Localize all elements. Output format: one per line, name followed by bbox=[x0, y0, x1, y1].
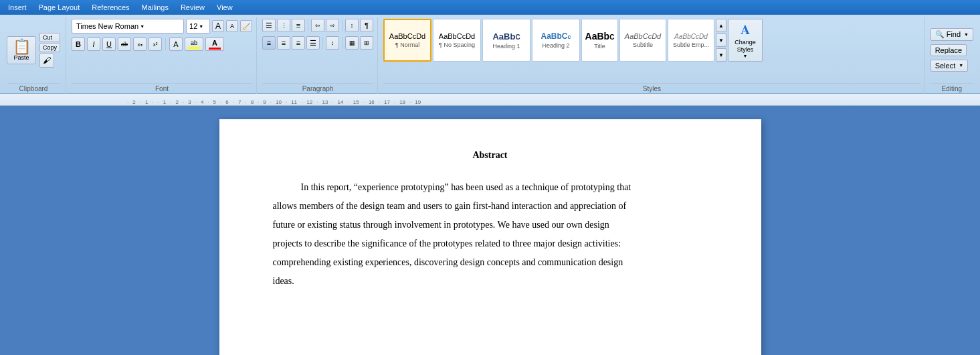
style-nospacing-preview: AaBbCcDd bbox=[439, 32, 475, 40]
style-subtitle-item[interactable]: AaBbCcDd Subtitle bbox=[619, 19, 666, 62]
font-size-dropdown-arrow: ▼ bbox=[199, 24, 203, 29]
change-styles-label: ChangeStyles bbox=[734, 39, 756, 54]
subscript-button[interactable]: x₂ bbox=[133, 38, 146, 51]
sort-button[interactable]: ↕ bbox=[345, 19, 359, 32]
menu-references[interactable]: References bbox=[86, 2, 134, 13]
italic-button[interactable]: I bbox=[87, 38, 100, 51]
underline-button[interactable]: U bbox=[102, 38, 116, 51]
font-name-box[interactable]: Times New Roman ▼ bbox=[72, 19, 184, 33]
text-effect-button[interactable]: A bbox=[169, 38, 183, 51]
numbering-button[interactable]: ⋮ bbox=[277, 19, 290, 32]
para-sep3 bbox=[322, 37, 323, 49]
font-name-dropdown-arrow: ▼ bbox=[140, 24, 144, 29]
font-color-button[interactable]: A bbox=[205, 38, 224, 51]
style-heading1-item[interactable]: AaBbC Heading 1 bbox=[482, 19, 530, 62]
abstract-body[interactable]: In this report, “experience prototyping”… bbox=[273, 178, 708, 291]
style-heading2-item[interactable]: AaBbCc Heading 2 bbox=[532, 19, 580, 62]
style-normal-label: ¶ Normal bbox=[395, 42, 419, 48]
find-icon: 🔍 bbox=[935, 30, 945, 39]
styles-scroll-up[interactable]: ▲ bbox=[716, 19, 726, 32]
paragraph-group: ☰ ⋮ ≡ ⇦ ⇨ ↕ ¶ ≡ ≡ ≡ ☰ ↕ bbox=[258, 17, 378, 94]
para-sep1 bbox=[308, 19, 308, 31]
font-grow-button[interactable]: A bbox=[212, 20, 224, 32]
menu-review[interactable]: Review bbox=[175, 2, 210, 13]
abstract-paragraph6: ideas. bbox=[273, 272, 708, 291]
change-styles-button[interactable]: 𝐀 ChangeStyles ▼ bbox=[728, 19, 763, 62]
style-title-item[interactable]: AaBbC Title bbox=[581, 19, 618, 62]
para-row2: ≡ ≡ ≡ ☰ ↕ ▦ ⊞ bbox=[262, 36, 373, 50]
highlight-color-button[interactable]: ab bbox=[185, 38, 203, 51]
font-row2: B I U ab x₂ x² A ab A bbox=[72, 38, 224, 51]
ribbon: Insert Page Layout References Mailings R… bbox=[0, 0, 980, 94]
shading-button[interactable]: ▦ bbox=[345, 36, 359, 50]
style-heading1-preview: AaBbC bbox=[492, 31, 520, 42]
superscript-button[interactable]: x² bbox=[149, 38, 162, 51]
styles-scroll-buttons: ▲ ▼ ▼ bbox=[716, 19, 726, 82]
paste-button[interactable]: 📋 Paste bbox=[7, 36, 36, 64]
show-marks-button[interactable]: ¶ bbox=[360, 19, 373, 32]
paste-label: Paste bbox=[11, 54, 31, 61]
styles-label: Styles bbox=[383, 83, 920, 94]
align-right-button[interactable]: ≡ bbox=[292, 36, 305, 50]
paste-icon: 📋 bbox=[11, 40, 31, 54]
clear-format-button[interactable]: 🧹 bbox=[240, 20, 252, 32]
justify-button[interactable]: ☰ bbox=[306, 36, 320, 50]
styles-scroll-down[interactable]: ▼ bbox=[716, 33, 726, 47]
font-label: Font bbox=[72, 83, 252, 94]
cut-button[interactable]: Cut bbox=[39, 33, 60, 42]
align-left-button[interactable]: ≡ bbox=[262, 36, 276, 50]
para-sep4 bbox=[342, 37, 342, 49]
style-subtle-preview: AaBbCcDd bbox=[674, 33, 707, 40]
clipboard-group: 📋 Paste Cut Copy 🖌 Clipboard bbox=[3, 17, 66, 94]
style-title-preview: AaBbC bbox=[585, 31, 615, 42]
borders-button[interactable]: ⊞ bbox=[360, 36, 373, 50]
find-label: Find bbox=[947, 30, 961, 38]
strikethrough-button[interactable]: ab bbox=[118, 38, 131, 51]
menu-mailings[interactable]: Mailings bbox=[136, 2, 174, 13]
bold-button[interactable]: B bbox=[72, 38, 85, 51]
para-sep2 bbox=[342, 19, 342, 31]
style-normal-item[interactable]: AaBbCcDd ¶ Normal bbox=[383, 19, 431, 62]
align-center-button[interactable]: ≡ bbox=[277, 36, 290, 50]
style-subtle-item[interactable]: AaBbCcDd Subtle Emp... bbox=[668, 19, 714, 62]
paragraph-label: Paragraph bbox=[262, 83, 373, 94]
document-page[interactable]: Abstract In this report, “experience pro… bbox=[219, 119, 761, 355]
font-size-box[interactable]: 12 ▼ bbox=[186, 19, 210, 33]
highlight-color-bar bbox=[188, 47, 200, 49]
menu-view[interactable]: View bbox=[211, 2, 238, 13]
styles-expand[interactable]: ▼ bbox=[716, 48, 726, 62]
find-button[interactable]: 🔍 Find ▼ bbox=[930, 28, 973, 41]
style-subtitle-preview: AaBbCcDd bbox=[625, 32, 661, 40]
styles-group: AaBbCcDd ¶ Normal AaBbCcDd ¶ No Spacing … bbox=[379, 17, 925, 94]
font-separator bbox=[165, 38, 166, 50]
bullets-button[interactable]: ☰ bbox=[262, 19, 276, 32]
clipboard-label: Clipboard bbox=[7, 83, 60, 94]
replace-button[interactable]: Replace bbox=[930, 44, 967, 56]
format-painter-button[interactable]: 🖌 bbox=[39, 53, 54, 68]
abstract-paragraph3: future or existing status through involv… bbox=[273, 216, 708, 234]
font-group-content: Times New Roman ▼ 12 ▼ A A 🧹 B I U bbox=[72, 19, 252, 82]
editing-label: Editing bbox=[930, 83, 973, 94]
style-title-label: Title bbox=[594, 43, 605, 50]
abstract-paragraph1: In this report, “experience prototyping”… bbox=[273, 178, 708, 197]
decrease-indent-button[interactable]: ⇦ bbox=[311, 19, 324, 32]
style-nospacing-item[interactable]: AaBbCcDd ¶ No Spacing bbox=[433, 19, 481, 62]
menu-insert[interactable]: Insert bbox=[3, 2, 32, 13]
increase-indent-button[interactable]: ⇨ bbox=[326, 19, 339, 32]
ruler-content: ·2 ·1 · ·1 ·2 ·3 ·4 ·5 ·6 ·7 ·8 ·9 ·10 ·… bbox=[0, 94, 980, 105]
format-painter-icon: 🖌 bbox=[43, 56, 51, 65]
multilevel-button[interactable]: ≡ bbox=[292, 19, 305, 32]
styles-gallery: AaBbCcDd ¶ Normal AaBbCcDd ¶ No Spacing … bbox=[383, 19, 920, 82]
line-spacing-button[interactable]: ↕ bbox=[326, 36, 339, 50]
menu-bar: Insert Page Layout References Mailings R… bbox=[0, 0, 980, 15]
copy-button[interactable]: Copy bbox=[39, 43, 60, 52]
style-subtitle-label: Subtitle bbox=[633, 42, 653, 48]
para-row1: ☰ ⋮ ≡ ⇦ ⇨ ↕ ¶ bbox=[262, 19, 373, 32]
menu-page-layout[interactable]: Page Layout bbox=[33, 2, 86, 13]
select-label: Select bbox=[935, 62, 956, 70]
select-button[interactable]: Select ▼ bbox=[930, 60, 969, 72]
highlight-letter: ab bbox=[191, 40, 197, 46]
paragraph-group-content: ☰ ⋮ ≡ ⇦ ⇨ ↕ ¶ ≡ ≡ ≡ ☰ ↕ bbox=[262, 19, 373, 82]
find-dropdown-arrow: ▼ bbox=[964, 32, 969, 37]
font-shrink-button[interactable]: A bbox=[226, 20, 238, 32]
